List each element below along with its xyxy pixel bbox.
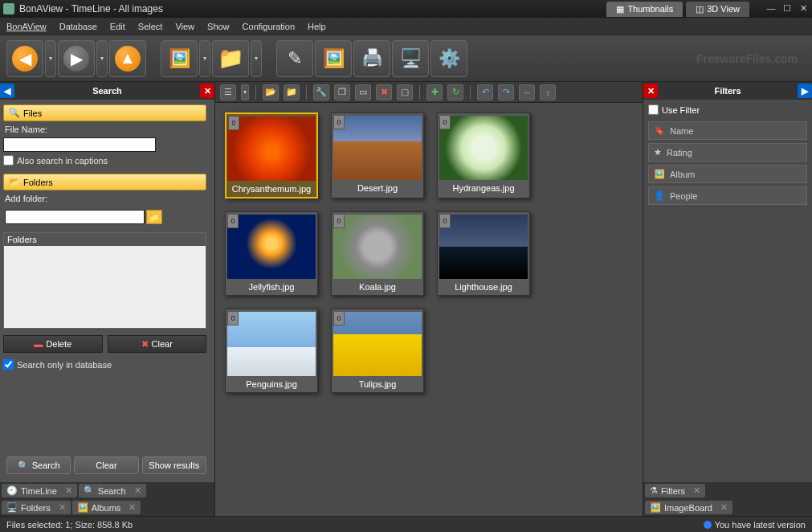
view-mode-button[interactable]: ☰ xyxy=(220,84,236,100)
folders-section-header[interactable]: 📂 Folders xyxy=(3,174,206,190)
delete-thumb-button[interactable]: ✖ xyxy=(376,84,392,100)
menu-edit[interactable]: Edit xyxy=(110,22,125,31)
filter-name[interactable]: 🔖Name xyxy=(648,121,807,140)
thumb-image xyxy=(333,215,422,279)
folders-listbox[interactable]: Folders xyxy=(3,232,206,329)
clear-folders-button[interactable]: ✖Clear xyxy=(108,335,207,353)
edit-tool-button[interactable]: ✎ xyxy=(276,40,313,77)
tab-timeline-close[interactable]: ✕ xyxy=(65,485,72,496)
search-icon: 🔍 xyxy=(18,460,29,471)
slideshow-button[interactable]: 🖥️ xyxy=(392,40,429,77)
new-button[interactable]: ▢ xyxy=(397,84,413,100)
thumbnail-grid[interactable]: 0Chrysanthemum.jpg0Desert.jpg0Hydrangeas… xyxy=(215,103,643,516)
menu-database[interactable]: Database xyxy=(59,22,97,31)
tab-filters-close[interactable]: ✕ xyxy=(693,485,700,496)
menu-bonaview[interactable]: BonAView xyxy=(6,22,47,31)
panel-collapse-right[interactable]: ▶ xyxy=(798,84,812,98)
tag-add-button[interactable]: ✚ xyxy=(426,84,443,100)
panel-close-left[interactable]: ✕ xyxy=(200,84,214,98)
folder-button[interactable]: 📁 xyxy=(212,40,249,77)
move-v-button[interactable]: ↕ xyxy=(540,84,556,100)
menu-help[interactable]: Help xyxy=(308,22,326,31)
tab-timeline[interactable]: 🕘TimeLine✕ xyxy=(2,484,77,497)
thumbnail-item[interactable]: 0Penguins.jpg xyxy=(225,309,318,393)
thumbnail-item[interactable]: 0Hydrangeas.jpg xyxy=(437,113,530,198)
tab-filters[interactable]: ⚗Filters✕ xyxy=(645,484,705,497)
search-button[interactable]: 🔍Search xyxy=(6,456,71,474)
paste-button[interactable]: ▭ xyxy=(355,84,371,100)
menu-show[interactable]: Show xyxy=(207,22,230,31)
thumbnail-item[interactable]: 0Lighthouse.jpg xyxy=(437,211,530,296)
import-dropdown[interactable]: ▾ xyxy=(199,40,210,77)
open-alt-button[interactable]: 📁 xyxy=(284,84,300,100)
thumbnail-item[interactable]: 0Jellyfish.jpg xyxy=(225,211,318,296)
also-captions-checkbox[interactable] xyxy=(3,155,14,166)
menu-view[interactable]: View xyxy=(175,22,194,31)
filter-album[interactable]: 🖼️Album xyxy=(648,165,807,183)
view-mode-dropdown[interactable]: ▾ xyxy=(241,84,249,100)
panel-close-right[interactable]: ✕ xyxy=(643,84,658,98)
image-icon: 🖼️ xyxy=(323,48,345,69)
tab-albums[interactable]: 🖼️Albums✕ xyxy=(72,501,141,514)
filter-rating[interactable]: ★Rating xyxy=(648,143,807,162)
up-icon: ▲ xyxy=(115,46,141,72)
nav-forward-button[interactable]: ▶ xyxy=(58,40,95,77)
nav-back-dropdown[interactable]: ▾ xyxy=(45,40,56,77)
maximize-button[interactable]: ☐ xyxy=(781,3,793,14)
search-only-db-checkbox[interactable] xyxy=(3,359,14,370)
left-panel-tabs: 🕘TimeLine✕ 🔍Search✕ 🖥️Folders✕ 🖼️Albums✕ xyxy=(0,482,214,516)
tag-refresh-button[interactable]: ↻ xyxy=(447,84,463,100)
tab-albums-close[interactable]: ✕ xyxy=(129,502,136,513)
nav-forward-dropdown[interactable]: ▾ xyxy=(96,40,108,77)
show-results-button[interactable]: Show results xyxy=(142,456,206,474)
open-button[interactable]: 📂 xyxy=(263,84,279,100)
tab-imageboard[interactable]: 🖼️ImageBoard✕ xyxy=(645,501,732,514)
clear-icon: ✖ xyxy=(141,339,149,350)
close-button[interactable]: ✕ xyxy=(798,3,809,14)
panel-collapse-left[interactable]: ◀ xyxy=(0,84,14,98)
tab-folders[interactable]: 🖥️Folders✕ xyxy=(2,501,71,514)
folder-dropdown[interactable]: ▾ xyxy=(251,40,262,77)
undo-button[interactable]: ↶ xyxy=(477,84,493,100)
tab-search-close[interactable]: ✕ xyxy=(134,485,141,496)
use-filter-checkbox[interactable] xyxy=(648,104,659,115)
image-tool-button[interactable]: 🖼️ xyxy=(315,40,352,77)
also-captions-check[interactable]: Also search in captions xyxy=(3,155,206,166)
filter-people-icon: 👤 xyxy=(654,190,665,201)
window-title: BonAView - TimeLine - All images xyxy=(19,3,606,14)
settings-button[interactable]: ⚙️ xyxy=(430,40,467,77)
add-folder-input[interactable] xyxy=(5,210,145,224)
files-section-header[interactable]: 🔍 Files xyxy=(3,104,206,121)
tab-thumbnails[interactable]: ▦ Thumbnails xyxy=(606,2,683,17)
tab-search[interactable]: 🔍Search✕ xyxy=(79,484,146,497)
redo-button[interactable]: ↷ xyxy=(498,84,514,100)
delete-button[interactable]: ▬Delete xyxy=(3,335,103,353)
minimize-button[interactable]: — xyxy=(765,3,777,14)
import-button[interactable]: 🖼️ xyxy=(161,40,198,77)
nav-up-button[interactable]: ▲ xyxy=(109,40,146,77)
menu-configuration[interactable]: Configuration xyxy=(243,22,295,31)
nav-back-button[interactable]: ◀ xyxy=(6,40,43,77)
clear-search-button[interactable]: Clear xyxy=(74,456,138,474)
move-h-button[interactable]: ↔ xyxy=(519,84,535,100)
thumbnail-item[interactable]: 0Chrysanthemum.jpg xyxy=(225,113,318,198)
thumbnail-item[interactable]: 0Tulips.jpg xyxy=(331,309,424,393)
thumbnail-item[interactable]: 0Koala.jpg xyxy=(331,211,424,296)
albums-tab-icon: 🖼️ xyxy=(77,502,88,513)
edit-icon: ✎ xyxy=(288,48,302,69)
filter-people[interactable]: 👤People xyxy=(648,186,807,205)
use-filter-check[interactable]: Use Filter xyxy=(648,104,807,115)
copy-button[interactable]: ❐ xyxy=(334,84,350,100)
search-only-db-check[interactable]: Search only in database xyxy=(3,359,206,370)
file-name-input[interactable] xyxy=(3,137,156,152)
tool-1-button[interactable]: 🔧 xyxy=(313,84,329,100)
menu-select[interactable]: Select xyxy=(138,22,163,31)
thumbnail-item[interactable]: 0Desert.jpg xyxy=(331,113,424,198)
thumb-image xyxy=(439,116,528,180)
tab-imageboard-close[interactable]: ✕ xyxy=(720,502,728,513)
tab-3d-view[interactable]: ◫ 3D View xyxy=(686,2,749,17)
timeline-icon: 🕘 xyxy=(6,485,18,496)
print-button[interactable]: 🖨️ xyxy=(353,40,390,77)
tab-folders-close[interactable]: ✕ xyxy=(59,502,66,513)
browse-folder-button[interactable]: 📁 xyxy=(146,210,162,224)
